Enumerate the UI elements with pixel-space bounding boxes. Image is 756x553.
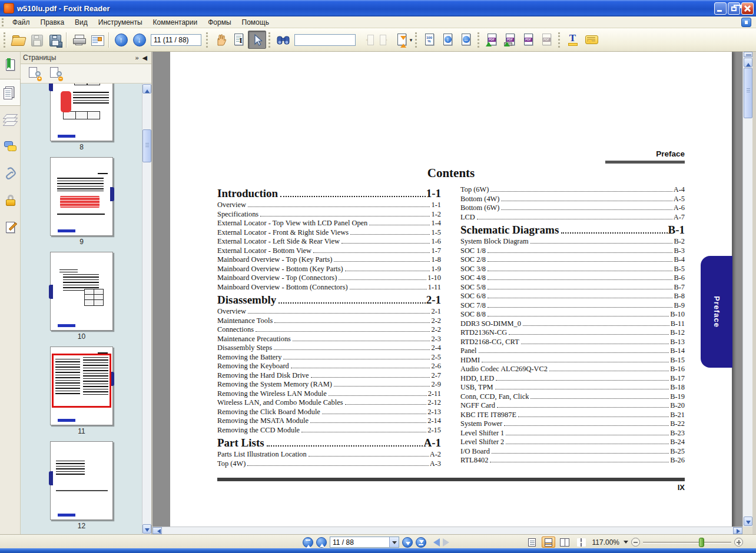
thumbnail-image[interactable] <box>50 441 113 520</box>
toc-entry[interactable]: SOC 3/8B-5 <box>460 265 685 274</box>
toolbar-grip[interactable] <box>206 32 209 48</box>
toc-entry[interactable]: External Locator - Top View with LCD Pan… <box>217 219 441 228</box>
toc-entry[interactable]: Audio Codec ALC269Q-VC2B-16 <box>460 365 685 374</box>
menu-grip[interactable] <box>2 18 4 26</box>
zoom-dropdown-button[interactable] <box>624 541 628 546</box>
security-panel-button[interactable] <box>0 187 21 214</box>
zoom-100-button[interactable]: 100% <box>420 31 439 49</box>
next-page-button[interactable]: ↓ <box>130 31 148 49</box>
toc-entry[interactable]: Connections2-2 <box>217 325 441 335</box>
toc-entry[interactable]: Removing the System Memory (RAM)2-9 <box>217 380 441 389</box>
toc-entry[interactable]: HDD, LEDB-17 <box>460 374 685 384</box>
toc-entry[interactable]: SOC 5/8B-7 <box>460 283 685 292</box>
previous-page-button[interactable]: ↑ <box>112 31 130 49</box>
thumbnail-scrollbar[interactable] <box>142 84 151 534</box>
toc-entry[interactable]: Mainboard Overview - Top (Connectors)1-1… <box>217 274 441 283</box>
zoom-in-button[interactable] <box>734 538 743 547</box>
comments-panel-button[interactable] <box>0 133 21 160</box>
select-text-button[interactable]: I <box>230 31 248 49</box>
thumbnail-page-8[interactable]: 8 <box>50 84 113 151</box>
scroll-down-button[interactable] <box>142 524 151 534</box>
toolbar-grip[interactable] <box>478 32 480 48</box>
facing-mode-button[interactable] <box>558 537 572 548</box>
next-page-button[interactable] <box>402 537 413 548</box>
toc-entry[interactable]: Mainboard Overview - Bottom (Key Parts)1… <box>217 265 441 274</box>
zoom-slider-track[interactable] <box>643 542 731 544</box>
toc-entry[interactable]: Removing the Battery2-5 <box>217 353 441 362</box>
toc-entry[interactable]: Removing the Keyboard2-6 <box>217 362 441 371</box>
toc-entry[interactable]: External Locator - Bottom View1-7 <box>217 246 441 256</box>
signatures-panel-button[interactable] <box>0 214 21 241</box>
scroll-right-button[interactable] <box>733 527 742 534</box>
toc-entry[interactable]: Parts List Illustration LocationA-2 <box>217 450 441 459</box>
preface-bookmark-tab[interactable]: Preface <box>701 256 732 368</box>
toc-entry[interactable]: SOC 7/8B-9 <box>460 301 685 311</box>
panel-expand-button[interactable]: » <box>133 54 140 61</box>
close-button[interactable] <box>741 2 754 15</box>
thumbnail-page-12[interactable]: 12 <box>50 441 113 530</box>
toc-entry[interactable]: Overview2-1 <box>217 307 441 317</box>
toc-entry[interactable]: Removing the Wireless LAN Module2-11 <box>217 389 441 399</box>
attachments-panel-button[interactable] <box>0 160 21 187</box>
horizontal-scrollbar[interactable] <box>152 527 742 534</box>
first-page-button[interactable] <box>303 537 313 548</box>
toc-entry[interactable]: External Locator - Left Side & Rear View… <box>217 237 441 246</box>
toc-entry[interactable]: HDMIB-15 <box>460 356 685 365</box>
fullscreen-icon[interactable] <box>741 18 751 27</box>
toc-entry[interactable]: Top (4W)A-3 <box>217 459 441 469</box>
thumbnail-zoom-out-button[interactable]: − <box>49 66 62 81</box>
fit-width-button[interactable]: ↔ <box>457 31 475 49</box>
toc-entry[interactable]: SOC 1/8B-3 <box>460 246 685 256</box>
toc-entry[interactable]: System Block DiagramB-2 <box>460 237 685 246</box>
toc-heading[interactable]: Schematic DiagramsB-1 <box>460 223 685 236</box>
pdf-from-file-button[interactable]: PDF <box>483 31 501 49</box>
toc-entry[interactable]: System PowerB-22 <box>460 419 685 429</box>
toolbar-grip[interactable] <box>268 32 271 48</box>
print-button[interactable] <box>69 31 88 49</box>
scrollbar-thumb[interactable] <box>142 129 151 162</box>
pdf-from-scanner-button[interactable]: PDF <box>501 31 519 49</box>
toc-entry[interactable]: External Locator - Front & Right Side Vi… <box>217 228 441 238</box>
zoom-slider[interactable] <box>643 538 731 547</box>
menu-item-2[interactable]: Вид <box>69 17 93 28</box>
minimize-button[interactable] <box>714 2 727 15</box>
continuous-mode-button[interactable] <box>542 537 555 548</box>
toc-entry[interactable]: Disassembly Steps2-4 <box>217 344 441 353</box>
search-input[interactable] <box>294 34 356 46</box>
toc-heading[interactable]: Part ListsA-1 <box>217 436 441 449</box>
scroll-up-button[interactable] <box>142 84 151 94</box>
toc-entry[interactable]: LCDA-7 <box>460 213 685 222</box>
toc-entry[interactable]: SOC 2/8B-4 <box>460 255 685 265</box>
continuous-facing-mode-button[interactable] <box>575 537 588 548</box>
thumbnail-image[interactable] <box>50 347 113 425</box>
thumbnail-page-9[interactable]: 9 <box>50 157 113 246</box>
thumbnail-zoom-in-button[interactable]: + <box>28 66 41 81</box>
menu-item-5[interactable]: Формы <box>203 17 236 28</box>
toc-entry[interactable]: SOC 8/8B-10 <box>460 310 685 319</box>
note-button[interactable] <box>582 31 600 49</box>
pages-panel-button[interactable] <box>0 79 21 106</box>
toc-entry[interactable]: USB, TPMB-18 <box>460 383 685 392</box>
restore-button[interactable] <box>728 2 740 15</box>
email-button[interactable] <box>88 31 106 49</box>
select-tool-button[interactable] <box>248 31 266 49</box>
find-button[interactable] <box>274 31 292 49</box>
toc-entry[interactable]: SOC 4/8B-6 <box>460 274 685 283</box>
toc-entry[interactable]: Removing the MSATA Module2-14 <box>217 417 441 426</box>
toolbar-grip[interactable] <box>558 32 561 48</box>
highlight-text-button[interactable]: T <box>563 31 582 49</box>
vertical-scrollbar[interactable] <box>742 52 752 527</box>
thumbnail-image[interactable] <box>50 157 113 236</box>
toolbar-grip[interactable] <box>4 32 6 48</box>
scroll-down-button[interactable] <box>744 517 752 526</box>
toc-entry[interactable]: Overview1-1 <box>217 201 441 210</box>
pdf-page[interactable]: Preface Contents Introduction1-1Overview… <box>170 52 732 528</box>
menu-item-0[interactable]: Файл <box>7 17 35 28</box>
menu-item-4[interactable]: Комментарии <box>148 17 203 28</box>
toc-entry[interactable]: SOC 6/8B-8 <box>460 292 685 301</box>
bookmarks-panel-button[interactable] <box>0 52 21 79</box>
last-page-button[interactable] <box>416 537 426 548</box>
save-as-button[interactable] <box>45 31 64 49</box>
scroll-up-button[interactable] <box>744 58 752 67</box>
fit-page-button[interactable]: ↕ <box>439 31 457 49</box>
